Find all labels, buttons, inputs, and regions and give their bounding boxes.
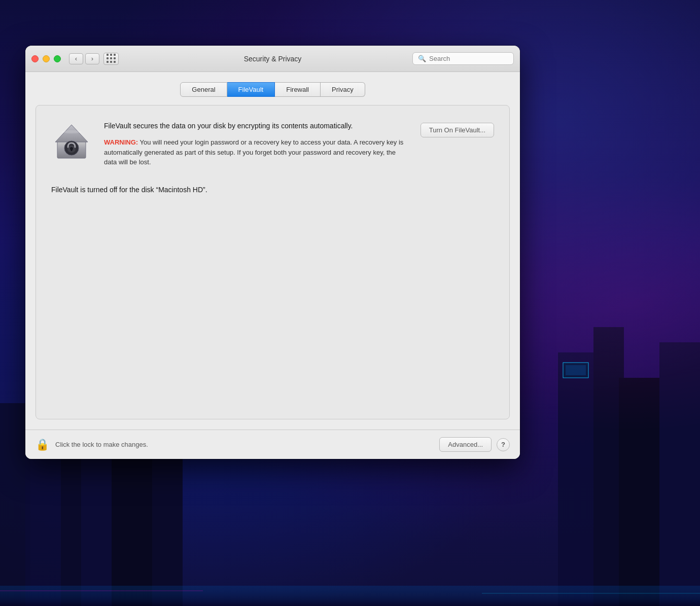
grid-button[interactable] bbox=[103, 53, 119, 65]
filevault-panel: FileVault secures the data on your disk … bbox=[36, 105, 510, 419]
panel-content: FileVault secures the data on your disk … bbox=[51, 121, 494, 194]
forward-icon: › bbox=[91, 55, 93, 62]
filevault-status: FileVault is turned off for the disk “Ma… bbox=[51, 186, 494, 194]
maximize-button[interactable] bbox=[54, 55, 61, 62]
advanced-button[interactable]: Advanced... bbox=[439, 437, 492, 452]
lock-text: Click the lock to make changes. bbox=[55, 441, 148, 448]
security-privacy-window: ‹ › Security & Privacy 🔍 General Fi bbox=[25, 46, 520, 459]
window-content: General FileVault Firewall Privacy bbox=[25, 72, 520, 430]
tab-firewall[interactable]: Firewall bbox=[275, 82, 321, 97]
bottom-actions: Advanced... ? bbox=[439, 437, 510, 452]
svg-rect-27 bbox=[71, 149, 73, 151]
filevault-icon bbox=[51, 121, 92, 161]
main-description: FileVault secures the data on your disk … bbox=[104, 121, 408, 131]
top-section: FileVault secures the data on your disk … bbox=[51, 121, 494, 167]
close-button[interactable] bbox=[31, 55, 39, 62]
back-button[interactable]: ‹ bbox=[69, 53, 83, 64]
bottom-bar: 🔒 Click the lock to make changes. Advanc… bbox=[25, 430, 520, 459]
tabs-container: General FileVault Firewall Privacy bbox=[36, 82, 510, 97]
tab-privacy[interactable]: Privacy bbox=[321, 82, 365, 97]
tab-filevault[interactable]: FileVault bbox=[227, 82, 275, 97]
minimize-button[interactable] bbox=[43, 55, 50, 62]
search-icon: 🔍 bbox=[418, 55, 426, 62]
warning-body: You will need your login password or a r… bbox=[104, 138, 403, 166]
traffic-lights bbox=[31, 55, 61, 62]
help-button[interactable]: ? bbox=[497, 438, 510, 451]
warning-label: WARNING: bbox=[104, 138, 138, 146]
grid-dots-icon bbox=[107, 54, 116, 63]
search-input[interactable] bbox=[429, 55, 508, 62]
search-bar[interactable]: 🔍 bbox=[412, 52, 514, 65]
description-section: FileVault secures the data on your disk … bbox=[104, 121, 408, 167]
titlebar: ‹ › Security & Privacy 🔍 bbox=[25, 46, 520, 72]
window-title: Security & Privacy bbox=[244, 55, 302, 63]
lock-icon[interactable]: 🔒 bbox=[36, 438, 49, 451]
warning-text: WARNING: You will need your login passwo… bbox=[104, 137, 408, 167]
back-icon: ‹ bbox=[75, 55, 77, 62]
forward-button[interactable]: › bbox=[85, 53, 99, 64]
tab-general[interactable]: General bbox=[180, 82, 227, 97]
turn-on-filevault-button[interactable]: Turn On FileVault... bbox=[421, 123, 494, 137]
nav-buttons: ‹ › bbox=[69, 53, 99, 64]
svg-point-28 bbox=[61, 130, 82, 133]
